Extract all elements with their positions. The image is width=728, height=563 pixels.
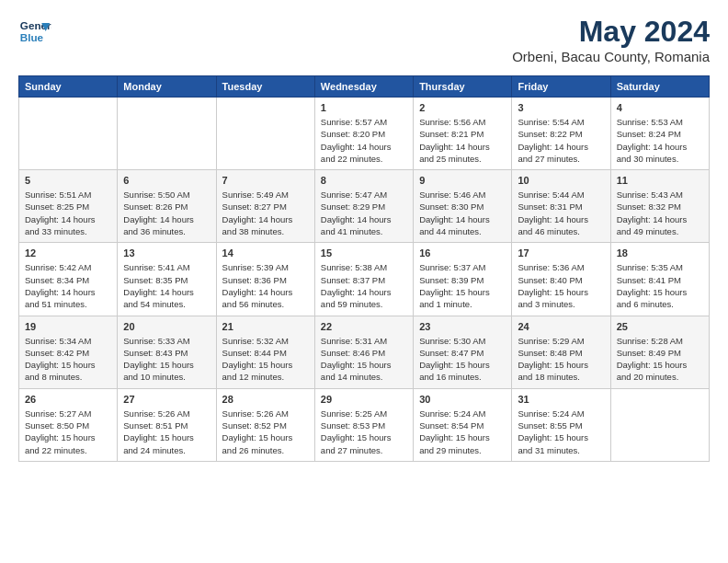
day-cell: 21Sunrise: 5:32 AM Sunset: 8:44 PM Dayli… [216,316,314,388]
day-cell: 25Sunrise: 5:28 AM Sunset: 8:49 PM Dayli… [610,316,709,388]
day-number: 1 [321,102,407,113]
day-number: 17 [518,247,604,259]
day-cell: 20Sunrise: 5:33 AM Sunset: 8:43 PM Dayli… [118,316,216,388]
week-row-3: 12Sunrise: 5:42 AM Sunset: 8:34 PM Dayli… [19,243,710,316]
day-info: Sunrise: 5:24 AM Sunset: 8:54 PM Dayligh… [419,408,506,456]
day-cell [610,388,709,461]
day-info: Sunrise: 5:43 AM Sunset: 8:32 PM Dayligh… [617,189,703,237]
day-number: 5 [25,175,111,186]
col-header-monday: Monday [118,76,216,98]
day-cell: 12Sunrise: 5:42 AM Sunset: 8:34 PM Dayli… [19,243,118,316]
day-info: Sunrise: 5:47 AM Sunset: 8:29 PM Dayligh… [321,189,407,237]
day-cell: 23Sunrise: 5:30 AM Sunset: 8:47 PM Dayli… [414,316,512,388]
col-header-sunday: Sunday [19,76,118,98]
day-cell: 31Sunrise: 5:24 AM Sunset: 8:55 PM Dayli… [512,388,610,461]
day-cell: 16Sunrise: 5:37 AM Sunset: 8:39 PM Dayli… [414,243,512,316]
day-info: Sunrise: 5:41 AM Sunset: 8:35 PM Dayligh… [123,261,210,310]
day-number: 3 [518,102,604,113]
day-cell: 26Sunrise: 5:27 AM Sunset: 8:50 PM Dayli… [19,388,118,461]
day-cell: 27Sunrise: 5:26 AM Sunset: 8:51 PM Dayli… [118,388,216,461]
day-number: 8 [321,175,407,186]
day-number: 23 [419,321,506,332]
logo: General Blue [18,15,51,48]
day-cell: 5Sunrise: 5:51 AM Sunset: 8:25 PM Daylig… [19,170,118,243]
day-info: Sunrise: 5:24 AM Sunset: 8:55 PM Dayligh… [518,408,604,456]
day-number: 27 [123,394,210,405]
day-cell [216,98,314,170]
day-cell: 10Sunrise: 5:44 AM Sunset: 8:31 PM Dayli… [512,170,610,243]
day-info: Sunrise: 5:57 AM Sunset: 8:20 PM Dayligh… [321,116,407,165]
day-number: 16 [419,247,506,259]
day-info: Sunrise: 5:44 AM Sunset: 8:31 PM Dayligh… [518,189,604,237]
title-block: May 2024 Orbeni, Bacau County, Romania [512,15,710,64]
day-number: 30 [419,394,506,405]
day-number: 20 [123,321,210,332]
day-info: Sunrise: 5:26 AM Sunset: 8:52 PM Dayligh… [222,408,309,456]
day-number: 9 [419,175,506,186]
day-info: Sunrise: 5:28 AM Sunset: 8:49 PM Dayligh… [617,335,703,384]
day-info: Sunrise: 5:35 AM Sunset: 8:41 PM Dayligh… [617,261,703,310]
day-info: Sunrise: 5:37 AM Sunset: 8:39 PM Dayligh… [419,261,506,310]
day-cell: 3Sunrise: 5:54 AM Sunset: 8:22 PM Daylig… [512,98,610,170]
day-number: 25 [617,321,703,332]
day-number: 12 [25,247,111,259]
day-number: 6 [123,175,210,186]
day-info: Sunrise: 5:51 AM Sunset: 8:25 PM Dayligh… [25,189,111,237]
day-cell: 7Sunrise: 5:49 AM Sunset: 8:27 PM Daylig… [216,170,314,243]
day-info: Sunrise: 5:38 AM Sunset: 8:37 PM Dayligh… [321,261,407,310]
day-cell: 1Sunrise: 5:57 AM Sunset: 8:20 PM Daylig… [314,98,413,170]
col-header-friday: Friday [512,76,610,98]
week-row-5: 26Sunrise: 5:27 AM Sunset: 8:50 PM Dayli… [19,388,710,461]
day-cell: 4Sunrise: 5:53 AM Sunset: 8:24 PM Daylig… [610,98,709,170]
day-number: 2 [419,102,506,113]
week-row-1: 1Sunrise: 5:57 AM Sunset: 8:20 PM Daylig… [19,98,710,170]
week-row-2: 5Sunrise: 5:51 AM Sunset: 8:25 PM Daylig… [19,170,710,243]
day-cell: 17Sunrise: 5:36 AM Sunset: 8:40 PM Dayli… [512,243,610,316]
day-number: 26 [25,394,111,405]
day-number: 7 [222,175,309,186]
day-number: 24 [518,321,604,332]
day-info: Sunrise: 5:39 AM Sunset: 8:36 PM Dayligh… [222,261,309,310]
day-cell: 24Sunrise: 5:29 AM Sunset: 8:48 PM Dayli… [512,316,610,388]
day-info: Sunrise: 5:36 AM Sunset: 8:40 PM Dayligh… [518,261,604,310]
day-info: Sunrise: 5:53 AM Sunset: 8:24 PM Dayligh… [617,116,703,165]
day-cell: 8Sunrise: 5:47 AM Sunset: 8:29 PM Daylig… [314,170,413,243]
day-cell [118,98,216,170]
page-title: May 2024 [512,15,710,49]
day-cell: 19Sunrise: 5:34 AM Sunset: 8:42 PM Dayli… [19,316,118,388]
page-header: General Blue May 2024 Orbeni, Bacau Coun… [18,15,710,64]
day-cell [19,98,118,170]
day-info: Sunrise: 5:56 AM Sunset: 8:21 PM Dayligh… [419,116,506,165]
day-cell: 29Sunrise: 5:25 AM Sunset: 8:53 PM Dayli… [314,388,413,461]
col-header-wednesday: Wednesday [314,76,413,98]
day-info: Sunrise: 5:31 AM Sunset: 8:46 PM Dayligh… [321,335,407,384]
day-info: Sunrise: 5:25 AM Sunset: 8:53 PM Dayligh… [321,408,407,456]
day-number: 21 [222,321,309,332]
header-row: SundayMondayTuesdayWednesdayThursdayFrid… [19,76,710,98]
page-subtitle: Orbeni, Bacau County, Romania [512,49,710,64]
day-info: Sunrise: 5:34 AM Sunset: 8:42 PM Dayligh… [25,335,111,384]
day-info: Sunrise: 5:33 AM Sunset: 8:43 PM Dayligh… [123,335,210,384]
day-number: 14 [222,247,309,259]
day-info: Sunrise: 5:32 AM Sunset: 8:44 PM Dayligh… [222,335,309,384]
svg-text:Blue: Blue [20,31,44,43]
day-info: Sunrise: 5:46 AM Sunset: 8:30 PM Dayligh… [419,189,506,237]
day-cell: 15Sunrise: 5:38 AM Sunset: 8:37 PM Dayli… [314,243,413,316]
week-row-4: 19Sunrise: 5:34 AM Sunset: 8:42 PM Dayli… [19,316,710,388]
day-cell: 14Sunrise: 5:39 AM Sunset: 8:36 PM Dayli… [216,243,314,316]
day-number: 18 [617,247,703,259]
day-cell: 6Sunrise: 5:50 AM Sunset: 8:26 PM Daylig… [118,170,216,243]
day-number: 11 [617,175,703,186]
col-header-saturday: Saturday [610,76,709,98]
day-cell: 13Sunrise: 5:41 AM Sunset: 8:35 PM Dayli… [118,243,216,316]
day-number: 15 [321,247,407,259]
day-info: Sunrise: 5:30 AM Sunset: 8:47 PM Dayligh… [419,335,506,384]
day-cell: 9Sunrise: 5:46 AM Sunset: 8:30 PM Daylig… [414,170,512,243]
day-info: Sunrise: 5:50 AM Sunset: 8:26 PM Dayligh… [123,189,210,237]
col-header-thursday: Thursday [414,76,512,98]
day-info: Sunrise: 5:26 AM Sunset: 8:51 PM Dayligh… [123,408,210,456]
day-number: 19 [25,321,111,332]
day-cell: 11Sunrise: 5:43 AM Sunset: 8:32 PM Dayli… [610,170,709,243]
calendar-table: SundayMondayTuesdayWednesdayThursdayFrid… [18,75,710,462]
day-number: 29 [321,394,407,405]
